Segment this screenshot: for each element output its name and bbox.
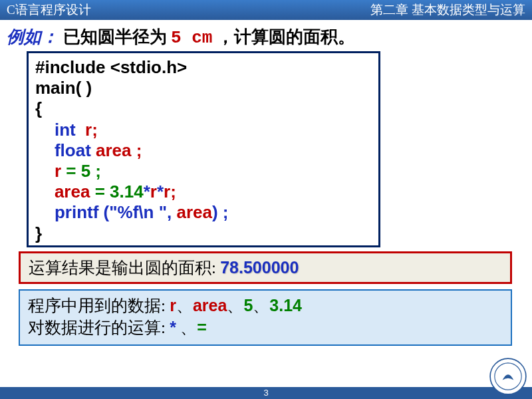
page-number: 3 — [263, 388, 268, 398]
sep2: 、 — [227, 297, 243, 315]
sep3: 、 — [253, 297, 269, 315]
code-l9: } — [35, 223, 372, 244]
data-label-2: 对数据进行的运算: — [28, 319, 170, 336]
sep1: 、 — [176, 297, 193, 315]
var-area: area — [55, 182, 90, 201]
result-box: 运算结果是输出圆的面积: 78.500000 — [19, 251, 512, 284]
var-r: r — [55, 161, 61, 181]
brace-close: } — [35, 223, 42, 243]
header-left: C语言程序设计 — [7, 1, 91, 19]
d-r: r — [170, 296, 176, 315]
university-logo-icon — [489, 358, 527, 395]
var-r3: r; — [164, 182, 176, 201]
example-line: 例如： 已知圆半径为 5 cm ，计算圆的面积。 — [7, 25, 525, 49]
code-l4: int r; — [35, 120, 372, 140]
val-pi: = 3.14 — [90, 182, 143, 201]
op-eq: = — [197, 318, 207, 336]
example-label: 例如： — [7, 27, 59, 47]
kw-float: float — [55, 140, 91, 160]
slide-footer: 3 — [0, 387, 532, 399]
sep4: 、 — [176, 319, 197, 336]
example-radius: 5 cm — [171, 28, 212, 48]
code-l6: r = 5 ; — [35, 161, 372, 182]
var-r2: r — [150, 182, 157, 201]
op-star: * — [170, 318, 176, 336]
data-box: 程序中用到的数据: r、area、5、3.14 对数据进行的运算: * 、= — [19, 289, 512, 346]
code-box: #include <stdio.h> main( ) { int r; floa… — [27, 51, 380, 247]
code-l3: { — [35, 98, 372, 119]
arg-area: area — [172, 202, 212, 222]
example-text-1: 已知圆半径为 — [63, 27, 167, 47]
d-5: 5 — [243, 296, 253, 315]
printf: printf ("%f\n ", — [55, 202, 172, 222]
header-right: 第二章 基本数据类型与运算 — [370, 1, 525, 19]
result-label: 运算结果是输出圆的面积: — [29, 259, 220, 277]
data-label-1: 程序中用到的数据: — [28, 297, 170, 315]
slide-header: C语言程序设计 第二章 基本数据类型与运算 — [0, 0, 532, 20]
kw-int: int — [55, 120, 76, 140]
main: main( ) — [35, 78, 92, 98]
data-line-1: 程序中用到的数据: r、area、5、3.14 — [28, 295, 503, 317]
brace-open: { — [35, 98, 42, 118]
op-mul2: * — [157, 182, 164, 201]
include: #include <stdio.h> — [35, 57, 187, 77]
code-l1: #include <stdio.h> — [35, 57, 372, 78]
d-area: area — [193, 296, 227, 315]
example-text-2: ，计算圆的面积。 — [217, 27, 355, 47]
printf-close: ) ; — [212, 202, 229, 222]
code-l7: area = 3.14*r*r; — [35, 182, 372, 202]
code-l2: main( ) — [35, 78, 372, 98]
result-value: 78.500000 — [220, 258, 299, 277]
var-area-decl: area ; — [91, 140, 142, 160]
data-line-2: 对数据进行的运算: * 、= — [28, 317, 503, 339]
code-l8: printf ("%f\n ", area) ; — [35, 202, 372, 223]
var-r-decl: r; — [76, 120, 98, 140]
op-mul1: * — [144, 182, 150, 201]
assign-5: = 5 ; — [61, 161, 101, 181]
d-pi: 3.14 — [269, 296, 302, 315]
code-l5: float area ; — [35, 140, 372, 161]
slide-content: 例如： 已知圆半径为 5 cm ，计算圆的面积。 #include <stdio… — [0, 20, 532, 346]
